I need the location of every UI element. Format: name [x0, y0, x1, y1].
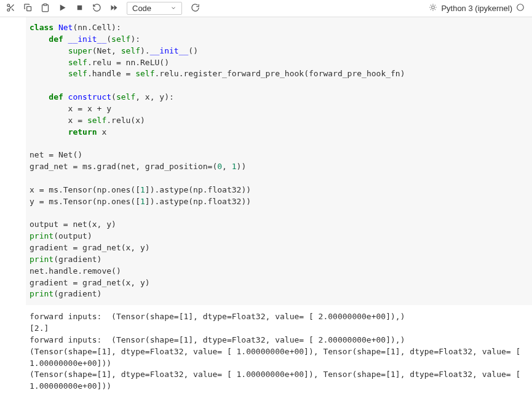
- svg-marker-9: [111, 5, 114, 10]
- self: self: [116, 92, 135, 101]
- svg-line-3: [12, 9, 14, 10]
- self: self: [111, 34, 130, 44]
- chevron-down-icon: [170, 4, 177, 13]
- toolbar-right: Python 3 (ipykernel): [429, 3, 530, 14]
- code-text: output = net(x, y): [30, 220, 116, 229]
- code-text: (nn.Cell):: [73, 23, 121, 32]
- keyword: return: [68, 127, 97, 137]
- toolbar-left: Code: [2, 1, 427, 16]
- paste-button[interactable]: [37, 1, 53, 16]
- cell-output: forward inputs: (Tensor(shape=[1], dtype…: [26, 305, 532, 393]
- svg-point-11: [432, 6, 435, 9]
- code-input[interactable]: class Net(nn.Cell): def __init__(self): …: [26, 17, 532, 305]
- code-text: (): [188, 46, 198, 55]
- stop-button[interactable]: [71, 1, 87, 16]
- toolbar: Code Python 3 (ipykernel): [0, 0, 532, 17]
- paste-icon: [41, 3, 50, 14]
- code-text: gradient = grad_net(x, y): [30, 243, 150, 252]
- svg-rect-5: [26, 6, 31, 10]
- number: 1: [140, 197, 145, 206]
- code-text: (gradient): [54, 289, 101, 298]
- code-text: net = Net(): [30, 150, 82, 159]
- kernel-status-circle-icon[interactable]: [516, 3, 525, 14]
- run-button[interactable]: [54, 1, 70, 16]
- keyword: class: [30, 23, 54, 32]
- code-text: , x, y):: [135, 92, 174, 101]
- svg-rect-8: [77, 5, 82, 10]
- output-cell: forward inputs: (Tensor(shape=[1], dtype…: [0, 305, 532, 393]
- builtin: print: [30, 255, 54, 264]
- code-text: (output): [54, 231, 92, 240]
- code-text: .relu(x): [106, 116, 145, 125]
- svg-point-20: [517, 4, 524, 11]
- classname: Net: [54, 23, 73, 32]
- code-text: ]).astype(np.float32)): [145, 185, 251, 194]
- svg-line-19: [435, 5, 435, 6]
- fastforward-button[interactable]: [106, 1, 122, 16]
- function: construct: [63, 92, 111, 101]
- code-text: ):: [130, 34, 140, 44]
- self: self: [68, 58, 87, 67]
- svg-line-16: [431, 5, 431, 6]
- code-text: x = x + y: [30, 104, 111, 113]
- svg-marker-7: [60, 4, 65, 10]
- cell-type-label: Code: [132, 4, 168, 13]
- code-text: [30, 69, 68, 78]
- code-text: y = ms.Tensor(np.ones([: [30, 197, 140, 206]
- run-icon: [58, 3, 67, 14]
- code-text: ]).astype(np.float32)): [145, 197, 251, 206]
- code-text: x = ms.Tensor(np.ones([: [30, 185, 140, 194]
- code-text: [30, 127, 68, 137]
- code-text: (: [106, 34, 111, 44]
- kernel-name[interactable]: Python 3 (ipykernel): [441, 4, 512, 13]
- number: 0: [217, 162, 222, 171]
- number: 1: [140, 185, 145, 194]
- code-text: [30, 58, 68, 67]
- kernel-busy-icon: [429, 3, 437, 14]
- copy-button[interactable]: [20, 1, 36, 16]
- self: self: [87, 116, 106, 125]
- self: self: [121, 46, 140, 55]
- svg-line-17: [435, 9, 435, 10]
- code-text: ,: [222, 162, 232, 171]
- svg-rect-6: [44, 4, 47, 6]
- cut-icon: [6, 3, 15, 14]
- fastforward-icon: [109, 3, 119, 14]
- stop-icon: [75, 3, 84, 14]
- svg-point-0: [7, 4, 9, 6]
- builtin: print: [30, 231, 54, 240]
- number: 1: [232, 162, 237, 171]
- code-text: .handle =: [87, 69, 135, 78]
- cell-gutter: [0, 305, 26, 393]
- cell-type-select[interactable]: Code: [127, 2, 182, 15]
- function: __init__: [150, 46, 189, 55]
- restart-icon: [92, 3, 101, 14]
- refresh-kernel-button[interactable]: [187, 1, 203, 16]
- code-cell[interactable]: class Net(nn.Cell): def __init__(self): …: [0, 17, 532, 305]
- self: self: [135, 69, 154, 78]
- code-text: grad_net = ms.grad(net, grad_position=(: [30, 162, 217, 171]
- code-text: [30, 92, 49, 101]
- self: self: [68, 69, 87, 78]
- code-text: x =: [30, 116, 87, 125]
- keyword: def: [49, 34, 63, 44]
- builtin: super: [68, 46, 92, 55]
- code-text: net.handle.remove(): [30, 266, 121, 276]
- code-text: gradient = grad_net(x, y): [30, 278, 150, 287]
- keyword: def: [49, 92, 63, 101]
- function: __init__: [63, 34, 106, 44]
- code-text: (gradient): [54, 255, 101, 264]
- code-text: ).: [140, 46, 150, 55]
- builtin: print: [30, 289, 54, 298]
- svg-marker-10: [114, 5, 117, 10]
- code-text: x: [97, 127, 107, 137]
- cut-button[interactable]: [2, 1, 18, 16]
- code-text: [30, 34, 49, 44]
- code-text: (: [111, 92, 116, 101]
- svg-point-1: [7, 9, 9, 11]
- restart-button[interactable]: [89, 1, 105, 16]
- code-text: [30, 46, 68, 55]
- code-text: (Net,: [92, 46, 121, 55]
- copy-icon: [23, 3, 33, 14]
- code-text: .relu = nn.ReLU(): [87, 58, 169, 67]
